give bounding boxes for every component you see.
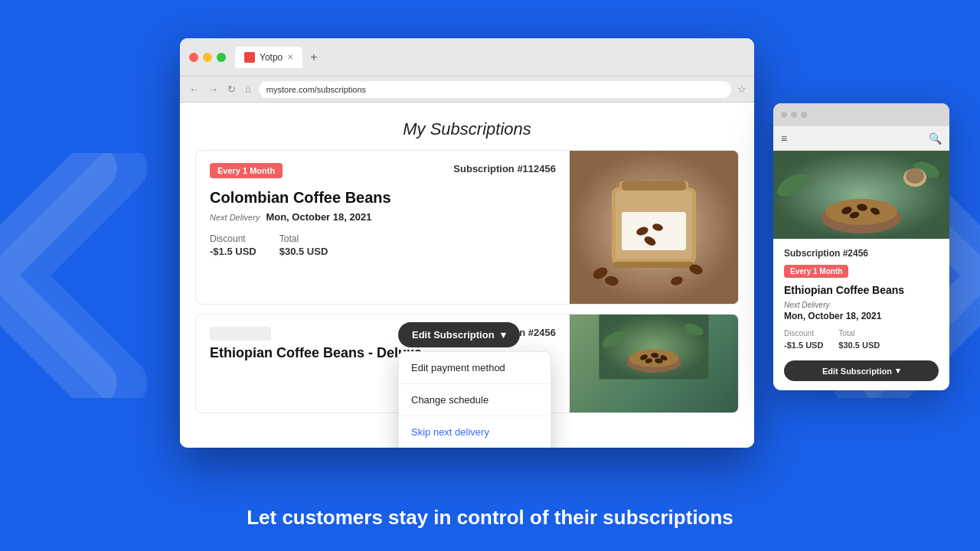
modal-discount-label: Discount	[784, 329, 823, 337]
modal-product-name: Ethiopian Coffee Beans	[784, 284, 939, 296]
discount-label-1: Discount	[210, 233, 256, 244]
home-button[interactable]: ⌂	[243, 82, 253, 96]
back-button[interactable]: ←	[188, 82, 201, 96]
next-delivery-date-1: Mon, October 18, 2021	[266, 211, 371, 223]
modal-nav: ≡ 🔍	[773, 126, 949, 151]
dropdown-item-schedule-label: Change schedule	[411, 394, 488, 406]
modal-total-value: $30.5 USD	[838, 341, 880, 350]
nav-bar: ← → ↻ ⌂ mystore.com/subscriptions ☆	[180, 77, 754, 103]
modal-total-label: Total	[838, 329, 880, 337]
address-bar[interactable]: mystore.com/subscriptions	[259, 81, 731, 98]
svg-rect-10	[614, 262, 694, 268]
dropdown-item-skip-label: Skip next delivery	[411, 426, 489, 438]
modal-total-item: Total $30.5 USD	[838, 329, 880, 351]
bookmark-icon[interactable]: ☆	[737, 83, 746, 95]
dropdown-item-payment[interactable]: Edit payment method	[399, 352, 550, 383]
maximize-button[interactable]	[217, 53, 226, 62]
forward-button[interactable]: →	[207, 82, 220, 96]
modal-pricing: Discount -$1.5 USD Total $30.5 USD	[784, 329, 939, 351]
sub-number-1: Subscription #112456	[453, 163, 556, 174]
edit-subscription-label: Edit Subscription	[412, 329, 495, 341]
new-tab-button[interactable]: +	[305, 49, 322, 66]
tab-yotpo[interactable]: Yotpo ✕	[235, 47, 302, 68]
sub-card-left-1: Every 1 Month Subscription #112456 Colom…	[196, 151, 570, 304]
modal-dot-3	[801, 112, 807, 118]
url-display: mystore.com/subscriptions	[266, 85, 366, 94]
frequency-badge-1: Every 1 Month	[210, 163, 283, 178]
pricing-row-1: Discount -$1.5 USD Total $30.5 USD	[210, 233, 556, 258]
dropdown-item-skip[interactable]: Skip next delivery	[399, 416, 550, 448]
dropdown-item-schedule[interactable]: Change schedule	[399, 384, 550, 416]
subscription-card-1: Every 1 Month Subscription #112456 Colom…	[195, 150, 739, 305]
browser-content: My Subscriptions Every 1 Month Subscript…	[180, 103, 754, 448]
tab-close-icon[interactable]: ✕	[287, 53, 293, 61]
modal-edit-arrow-icon: ▾	[896, 366, 900, 376]
modal-card: ≡ 🔍	[773, 103, 949, 390]
coffee-image-1	[570, 151, 738, 304]
svg-point-38	[906, 168, 924, 184]
modal-discount-item: Discount -$1.5 USD	[784, 329, 823, 351]
next-delivery-label-1: Next Delivery	[210, 213, 260, 222]
tagline: Let customers stay in control of their s…	[0, 506, 980, 530]
modal-dot-2	[791, 112, 797, 118]
discount-item-1: Discount -$1.5 USD	[210, 233, 256, 258]
tab-label: Yotpo	[260, 52, 283, 63]
edit-subscription-button[interactable]: Edit Subscription ▾	[398, 322, 520, 347]
svg-point-31	[825, 199, 897, 225]
svg-rect-9	[622, 181, 686, 191]
modal-search-icon[interactable]: 🔍	[929, 132, 942, 145]
modal-edit-btn-label: Edit Subscription	[822, 367, 892, 376]
svg-point-20	[629, 350, 679, 367]
traffic-lights	[189, 53, 226, 62]
discount-value-1: -$1.5 USD	[210, 246, 256, 257]
total-label-1: Total	[279, 233, 328, 244]
modal-edit-subscription-button[interactable]: Edit Subscription ▾	[784, 360, 939, 381]
product-partial-text: Ethiopian Coffee Beans - Deluxe	[210, 345, 422, 360]
modal-next-delivery-label: Next Delivery	[784, 301, 939, 309]
total-item-1: Total $30.5 USD	[279, 233, 328, 258]
modal-discount-value: -$1.5 USD	[784, 341, 823, 350]
close-button[interactable]	[189, 53, 198, 62]
modal-chrome	[773, 103, 949, 126]
tab-bar: Yotpo ✕ +	[235, 47, 745, 68]
modal-coffee-image	[773, 151, 949, 239]
edit-dropdown-menu: Edit payment method Change schedule Skip…	[398, 351, 551, 448]
sub-product-name-1: Colombian Coffee Beans	[210, 189, 556, 207]
page-title: My Subscriptions	[180, 103, 754, 150]
modal-dot-1	[781, 112, 787, 118]
modal-body: Subscription #2456 Every 1 Month Ethiopi…	[773, 239, 949, 390]
browser-chrome: Yotpo ✕ +	[180, 38, 754, 77]
hamburger-icon[interactable]: ≡	[781, 132, 787, 145]
browser-window: Yotpo ✕ + ← → ↻ ⌂ mystore.com/subscripti…	[180, 38, 754, 448]
minimize-button[interactable]	[203, 53, 212, 62]
modal-next-delivery-date: Mon, October 18, 2021	[784, 311, 939, 321]
next-delivery-row-1: Next Delivery Mon, October 18, 2021	[210, 211, 556, 223]
sub-header-row-1: Every 1 Month Subscription #112456	[210, 163, 556, 184]
coffee-image-2	[570, 315, 738, 413]
modal-frequency-badge: Every 1 Month	[784, 265, 848, 278]
dropdown-item-payment-label: Edit payment method	[411, 362, 505, 373]
modal-sub-number: Subscription #2456	[784, 248, 939, 259]
edit-subscription-btn-area: Edit Subscription ▾	[398, 322, 520, 347]
tab-favicon	[244, 52, 255, 63]
reload-button[interactable]: ↻	[226, 82, 237, 96]
total-value-1: $30.5 USD	[279, 246, 328, 257]
dropdown-arrow-icon: ▾	[501, 329, 506, 341]
